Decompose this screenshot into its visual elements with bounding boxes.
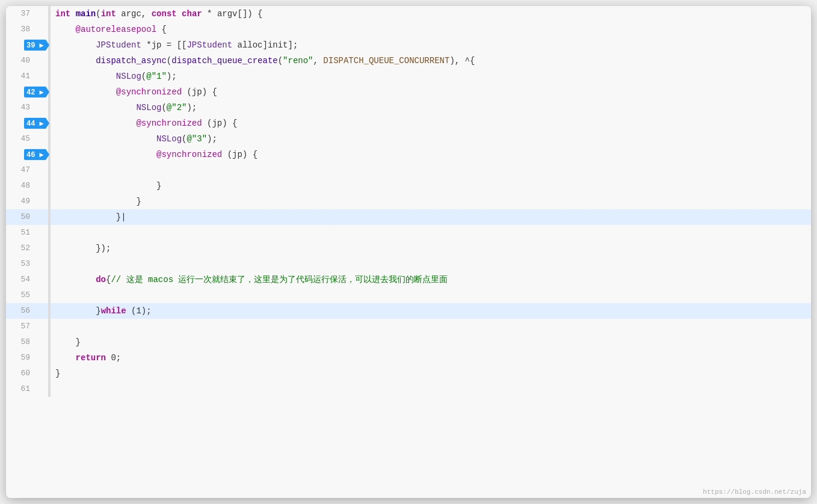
line-content [51, 287, 811, 303]
table-row: 61 [6, 381, 811, 397]
line-content [51, 319, 811, 334]
table-row: 45 NSLog(@"3"); [6, 131, 811, 147]
table-row: 51 [6, 225, 811, 241]
line-number: 60 [6, 366, 36, 381]
line-number: 48 [6, 178, 36, 194]
line-content: int main(int argc, const char * argv[]) … [51, 6, 811, 22]
table-row: 40 dispatch_async(dispatch_queue_create(… [6, 53, 811, 69]
line-number: 47 [6, 162, 36, 178]
line-content [51, 381, 811, 397]
breakpoint-indicator: 44 ▶ [24, 118, 49, 129]
line-number: 54 [6, 272, 36, 287]
table-row: 41 NSLog(@"1"); [6, 69, 811, 84]
table-row: 55 [6, 287, 811, 303]
line-number: 58 [6, 334, 36, 350]
line-content: do{// 这是 macos 运行一次就结束了，这里是为了代码运行保活，可以进去… [51, 272, 811, 287]
table-row: 39 ▶ JPStudent *jp = [[JPStudent alloc]i… [6, 37, 811, 53]
line-content: @synchronized (jp) { [51, 84, 811, 100]
line-number: 51 [6, 225, 36, 241]
code-lines[interactable]: 37 int main(int argc, const char * argv[… [6, 6, 811, 498]
table-row: 47 [6, 162, 811, 178]
table-row: 44 ▶ @synchronized (jp) { [6, 115, 811, 131]
line-number: 49 [6, 194, 36, 209]
line-number: 52 [6, 241, 36, 256]
line-number: 41 [6, 69, 36, 84]
line-number: 50 [6, 209, 36, 225]
line-content: } [51, 334, 811, 350]
table-row: 56 }while (1); [6, 303, 811, 319]
line-content: @synchronized (jp) { [51, 115, 811, 131]
table-row: 52 }); [6, 241, 811, 256]
line-number: 53 [6, 256, 36, 272]
line-number: 55 [6, 287, 36, 303]
line-content [51, 162, 811, 178]
table-row: 42 ▶ @synchronized (jp) { [6, 84, 811, 100]
table-row: 60 } [6, 366, 811, 381]
line-number: 59 [6, 350, 36, 366]
table-row: 46 ▶ @synchronized (jp) { [6, 147, 811, 162]
code-editor: 37 int main(int argc, const char * argv[… [6, 6, 811, 498]
code-area: 37 int main(int argc, const char * argv[… [6, 6, 811, 498]
line-content: NSLog(@"1"); [51, 69, 811, 84]
line-content [51, 256, 811, 272]
breakpoint-indicator: 42 ▶ [24, 87, 49, 98]
line-content: NSLog(@"3"); [51, 131, 811, 147]
watermark: https://blog.csdn.net/zuja [703, 488, 806, 496]
table-row: 48 } [6, 178, 811, 194]
table-row: 49 } [6, 194, 811, 209]
line-content: JPStudent *jp = [[JPStudent alloc]init]; [51, 37, 811, 53]
table-row: 58 } [6, 334, 811, 350]
table-row: 43 NSLog(@"2"); [6, 100, 811, 115]
line-content: }); [51, 241, 811, 256]
line-number: 38 [6, 22, 36, 37]
line-number: 43 [6, 100, 36, 115]
line-content: return 0; [51, 350, 811, 366]
line-number: 57 [6, 319, 36, 334]
table-row: 38 @autoreleasepool { [6, 22, 811, 37]
line-number: 61 [6, 381, 36, 397]
table-row: 53 [6, 256, 811, 272]
line-content: @synchronized (jp) { [51, 147, 811, 162]
line-content: NSLog(@"2"); [51, 100, 811, 115]
line-content: @autoreleasepool { [51, 22, 811, 37]
line-content: dispatch_async(dispatch_queue_create("re… [51, 53, 811, 69]
table-row: 54 do{// 这是 macos 运行一次就结束了，这里是为了代码运行保活，可… [6, 272, 811, 287]
line-content: } [51, 178, 811, 194]
line-number: 37 [6, 6, 36, 22]
line-number: 56 [6, 303, 36, 319]
breakpoint-indicator: 46 ▶ [24, 149, 49, 161]
line-content: } [51, 366, 811, 381]
breakpoint-indicator: 39 ▶ [24, 40, 49, 51]
line-content: }while (1); [51, 303, 811, 319]
table-row: 59 return 0; [6, 350, 811, 366]
line-content [51, 225, 811, 241]
line-number: 45 [6, 131, 36, 147]
table-row: 50 }| [6, 209, 811, 225]
table-row: 57 [6, 319, 811, 334]
line-number: 40 [6, 53, 36, 69]
line-content: }| [51, 209, 811, 225]
line-content: } [51, 194, 811, 209]
table-row: 37 int main(int argc, const char * argv[… [6, 6, 811, 22]
